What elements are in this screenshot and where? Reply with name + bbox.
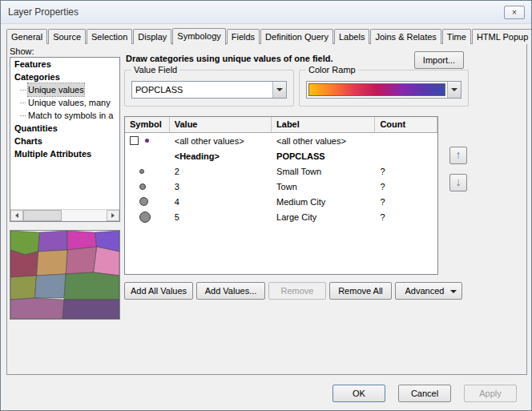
tree-branch-line [20, 115, 26, 116]
count-cell: ? [375, 167, 437, 176]
show-tree-item-label: Match to symbols in a [28, 109, 113, 122]
show-tree-item-multiple-attributes[interactable]: Multiple Attributes [10, 147, 119, 160]
label-cell: <all other values> [272, 136, 375, 146]
show-tree-item-quantities[interactable]: Quantities [10, 122, 119, 135]
scrollbar-thumb[interactable] [23, 210, 62, 221]
add-values-button[interactable]: Add Values... [196, 282, 265, 300]
tab-display[interactable]: Display [133, 29, 171, 44]
table-row[interactable]: 2Small Town? [125, 163, 437, 179]
show-tree-item-label: Categories [14, 71, 60, 83]
scroll-right-button[interactable] [107, 210, 119, 221]
move-up-button[interactable]: ↑ [449, 147, 467, 164]
tab-source[interactable]: Source [48, 29, 86, 44]
symbol-cell [125, 209, 170, 224]
show-tree-item-label: Charts [14, 135, 42, 147]
show-tree-item-unique-values[interactable]: Unique values [10, 83, 119, 96]
show-tree-item-features[interactable]: Features [10, 58, 119, 71]
map-polygon [10, 250, 38, 279]
show-label: Show: [10, 46, 34, 56]
tab-symbology[interactable]: Symbology [172, 28, 225, 45]
color-ramp-gradient [308, 83, 445, 96]
column-header-label[interactable]: Label [272, 117, 375, 132]
preview-map-image [10, 231, 119, 319]
symbology-preview-map [10, 230, 120, 320]
button-label: Remove [281, 286, 314, 296]
point-symbol-icon [145, 139, 149, 143]
map-polygon [36, 250, 67, 276]
chevron-down-icon [276, 88, 283, 91]
tab-labels[interactable]: Labels [334, 29, 369, 44]
table-row[interactable]: 3Town? [125, 179, 437, 194]
color-ramp-dropdown-button[interactable] [447, 82, 461, 98]
ok-button[interactable]: OK [332, 385, 385, 402]
label-cell: Medium City [272, 197, 375, 207]
color-ramp-combobox[interactable] [306, 81, 461, 99]
label-cell: Town [272, 182, 375, 191]
cancel-button[interactable]: Cancel [398, 385, 451, 402]
show-tree: FeaturesCategoriesUnique valuesUnique va… [10, 58, 119, 160]
scroll-left-button[interactable] [10, 210, 23, 221]
remove-button[interactable]: Remove [268, 282, 326, 300]
column-header-count[interactable]: Count [375, 117, 437, 132]
apply-button[interactable]: Apply [464, 385, 517, 402]
color-ramp-groupbox: Color Ramp [299, 70, 469, 107]
value-field-dropdown-button[interactable] [272, 82, 286, 98]
title-bar[interactable]: Layer Properties × [1, 1, 531, 24]
map-polygon [34, 274, 66, 298]
show-tree-item-label: Unique values, many [28, 96, 111, 109]
column-header-symbol[interactable]: Symbol [125, 117, 170, 132]
table-row[interactable]: <Heading>POPCLASS [125, 148, 437, 163]
scrollbar-track[interactable] [23, 210, 107, 221]
advanced-button[interactable]: Advanced [395, 282, 462, 300]
tab-selection[interactable]: Selection [87, 29, 132, 44]
tab-html-popup[interactable]: HTML Popup [472, 29, 532, 44]
button-label: Add Values... [205, 286, 257, 296]
count-cell: ? [375, 212, 437, 222]
point-symbol-icon [139, 183, 146, 190]
value-cell: <Heading> [170, 151, 272, 161]
show-tree-item-categories[interactable]: Categories [10, 71, 119, 83]
point-symbol-icon [139, 169, 144, 174]
table-row[interactable]: <all other values><all other values> [125, 133, 437, 148]
table-row[interactable]: 4Medium City? [125, 194, 437, 209]
import-button[interactable]: Import... [414, 51, 464, 69]
map-polygon [66, 247, 97, 274]
unique-values-table: SymbolValueLabelCount <all other values>… [124, 116, 438, 275]
move-down-button[interactable]: ↓ [449, 174, 467, 191]
tab-definition-query[interactable]: Definition Query [260, 29, 333, 44]
value-cell: 4 [170, 197, 272, 207]
map-polygon [38, 231, 68, 252]
tab-time[interactable]: Time [442, 29, 471, 44]
tree-branch-line [20, 90, 26, 91]
show-tree-item-label: Features [14, 58, 51, 71]
tab-joins-relates[interactable]: Joins & Relates [370, 29, 441, 44]
value-cell: 2 [170, 167, 272, 176]
close-button[interactable]: × [504, 6, 525, 19]
remove-all-button[interactable]: Remove All [329, 282, 392, 300]
value-field-combobox[interactable]: POPCLASS [131, 81, 287, 99]
scroll-right-icon [111, 213, 115, 218]
window-title: Layer Properties [8, 6, 79, 18]
value-cell: <all other values> [170, 136, 272, 146]
show-tree-item-charts[interactable]: Charts [10, 135, 119, 147]
value-cell: 3 [170, 182, 272, 191]
show-tree-item-unique-values-many[interactable]: Unique values, many [10, 96, 119, 109]
show-tree-item-match-to-symbols-in-a[interactable]: Match to symbols in a [10, 109, 119, 122]
dropdown-arrow-icon [450, 290, 457, 293]
tab-fields[interactable]: Fields [227, 29, 260, 44]
show-tree-item-label: Multiple Attributes [14, 147, 91, 160]
show-tree-hscrollbar[interactable] [10, 209, 119, 221]
label-cell: Large City [272, 212, 375, 222]
point-symbol-icon [139, 197, 148, 206]
button-label: Remove All [338, 286, 383, 296]
show-tree-item-label: Unique values [28, 83, 84, 96]
tree-branch-line [20, 103, 26, 103]
tab-general[interactable]: General [6, 29, 47, 44]
panel-description: Draw categories using unique values of o… [126, 54, 333, 63]
column-header-value[interactable]: Value [170, 117, 272, 132]
all-other-values-checkbox[interactable] [130, 136, 139, 145]
add-all-values-button[interactable]: Add All Values [124, 282, 193, 300]
show-tree-item-label: Quantities [14, 122, 58, 135]
button-label: Advanced [405, 286, 445, 296]
table-row[interactable]: 5Large City? [125, 209, 437, 224]
